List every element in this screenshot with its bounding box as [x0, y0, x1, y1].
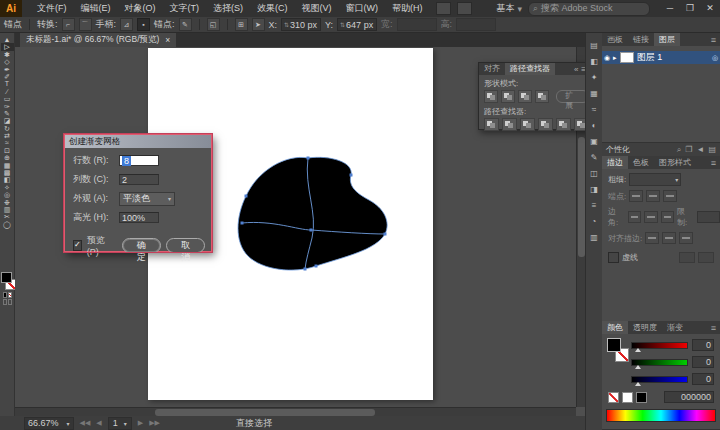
tab-swatches[interactable]: 色板 [628, 156, 654, 169]
color-button[interactable] [3, 292, 7, 298]
menu-item[interactable]: 帮助(H) [385, 0, 430, 17]
tab-stroke[interactable]: 描边 [602, 156, 628, 169]
convert-smooth-icon[interactable]: ⌒ [79, 18, 92, 31]
show-handles-icon[interactable]: ⊿ [120, 18, 133, 31]
blue-value-field[interactable]: 0 [692, 373, 714, 385]
tool-button[interactable]: ✑ [1, 103, 14, 110]
black-swatch[interactable] [636, 392, 647, 403]
stepper-icon[interactable]: ⇅ [284, 21, 289, 28]
back-icon[interactable]: ◄ [697, 145, 705, 155]
layer-target-icon[interactable]: ◎ [712, 54, 718, 62]
slider-thumb[interactable] [635, 348, 641, 352]
first-artboard-icon[interactable]: ◀◀ [80, 419, 91, 427]
y-coordinate-field[interactable]: ⇅ 647 px [337, 18, 377, 31]
last-artboard-icon[interactable]: ▶▶ [149, 419, 160, 427]
personalize-row[interactable]: 个性化 ⌕ ❐ ◄ ▤ [602, 142, 720, 156]
collapsed-panel-icon[interactable]: ≈ [588, 105, 601, 114]
scrollbar-thumb[interactable] [155, 409, 375, 416]
outline-icon[interactable] [556, 118, 571, 131]
tool-button[interactable]: ▥ [1, 206, 14, 213]
tab-artboards[interactable]: 画板 [602, 33, 628, 46]
collapsed-panel-icon[interactable]: ◫ [588, 169, 601, 178]
layer-row[interactable]: ◉ ▸ 图层 1 ◎ [602, 51, 720, 64]
merge-icon[interactable] [520, 118, 535, 131]
collapsed-panel-icon[interactable]: ≡ [588, 201, 601, 210]
collapsed-panel-icon[interactable]: ▣ [588, 137, 601, 146]
x-coordinate-field[interactable]: ⇅ 310 px [281, 18, 321, 31]
expand-layer-icon[interactable]: ▸ [613, 54, 617, 62]
highlight-field[interactable]: 100% [119, 212, 159, 223]
cut-path-icon[interactable]: ➤ [252, 18, 265, 31]
collapsed-panel-icon[interactable]: ◐ [588, 121, 601, 130]
blue-slider[interactable] [631, 376, 688, 383]
trim-icon[interactable] [502, 118, 517, 131]
draw-normal-icon[interactable] [3, 299, 7, 305]
panel-menu-icon[interactable]: ≡ [711, 158, 716, 168]
divide-icon[interactable] [484, 118, 499, 131]
slider-thumb[interactable] [635, 382, 641, 386]
miter-join-icon[interactable] [628, 211, 641, 223]
tool-button[interactable]: T [1, 80, 14, 87]
exclude-icon[interactable] [535, 90, 549, 103]
collapsed-panel-icon[interactable]: ✦ [588, 73, 601, 82]
tool-button[interactable]: ✒ [1, 66, 14, 73]
menu-item[interactable]: 文件(F) [30, 0, 74, 17]
stock-search-input[interactable]: ⌕ 搜索 Adobe Stock [528, 2, 650, 16]
panel-menu-icon[interactable]: ≡ [711, 35, 716, 45]
tab-graphic-styles[interactable]: 图形样式 [654, 156, 696, 169]
ok-button[interactable]: 确定 [122, 238, 161, 253]
collapsed-panel-icon[interactable]: ◨ [588, 185, 601, 194]
connect-path-icon[interactable]: ⊞ [235, 18, 248, 31]
close-tab-icon[interactable]: × [165, 35, 170, 45]
close-button[interactable]: ✕ [700, 0, 720, 17]
fill-black-swatch[interactable] [1, 272, 12, 283]
tab-transparency[interactable]: 透明度 [628, 321, 662, 334]
artboard-number-dropdown[interactable]: 1 ▾ [108, 417, 132, 430]
maximize-button[interactable]: ❐ [680, 0, 700, 17]
tool-button[interactable]: ◇ [1, 58, 14, 65]
tool-button[interactable]: ✧ [1, 184, 14, 191]
menu-item[interactable]: 视图(V) [295, 0, 339, 17]
unite-icon[interactable] [484, 90, 498, 103]
tool-button[interactable]: ≈ [1, 139, 14, 146]
tab-pathfinder[interactable]: 路径查找器 [505, 63, 555, 75]
red-value-field[interactable]: 0 [692, 339, 714, 351]
menu-item[interactable]: 文字(T) [163, 0, 207, 17]
remove-anchor-icon[interactable]: ✎ [179, 18, 192, 31]
crop-icon[interactable] [538, 118, 553, 131]
document-tab[interactable]: 未标题-1.ai* @ 66.67% (RGB/预览) × [20, 33, 176, 47]
menu-item[interactable]: 选择(S) [206, 0, 250, 17]
visibility-eye-icon[interactable]: ◉ [604, 54, 610, 62]
round-join-icon[interactable] [644, 211, 657, 223]
scrollbar-thumb[interactable] [578, 137, 585, 257]
next-artboard-icon[interactable]: ▶ [138, 419, 143, 427]
projecting-cap-icon[interactable] [663, 190, 677, 202]
tool-button[interactable]: ✎ [1, 110, 14, 117]
hex-value-field[interactable]: 000000 [664, 391, 714, 403]
tab-gradient[interactable]: 渐变 [662, 321, 688, 334]
collapsed-panel-icon[interactable]: ◔ [588, 217, 601, 226]
appearance-dropdown[interactable]: 平淡色 ▾ [119, 192, 175, 206]
zoom-level-dropdown[interactable]: 66.67% ▾ [24, 417, 74, 430]
tool-button[interactable]: ▭ [1, 95, 14, 102]
fill-stroke-swatch[interactable] [1, 272, 15, 290]
panel-menu-icon[interactable]: ≡ [711, 323, 716, 333]
tool-button[interactable]: ✂ [1, 213, 14, 220]
fill-stroke-swatch[interactable] [607, 338, 629, 362]
preview-checkbox[interactable]: ✓ [73, 240, 82, 251]
tool-button[interactable]: ∕ [1, 88, 14, 95]
round-cap-icon[interactable] [646, 190, 660, 202]
document-layout-icon[interactable] [457, 2, 472, 15]
hide-handles-icon[interactable]: ▪ [137, 18, 150, 31]
tab-color[interactable]: 颜色 [602, 321, 628, 334]
tool-button[interactable]: ◪ [1, 117, 14, 124]
white-swatch[interactable] [622, 392, 633, 403]
tab-layers[interactable]: 图层 [654, 33, 680, 46]
butt-cap-icon[interactable] [629, 190, 643, 202]
tool-button[interactable]: ✱ [1, 51, 14, 58]
tool-button[interactable]: ⊡ [1, 147, 14, 154]
menu-item[interactable]: 编辑(E) [74, 0, 118, 17]
menu-item[interactable]: 对象(O) [118, 0, 163, 17]
dialog-title[interactable]: 创建渐变网格 [65, 135, 211, 148]
minus-front-icon[interactable] [501, 90, 515, 103]
